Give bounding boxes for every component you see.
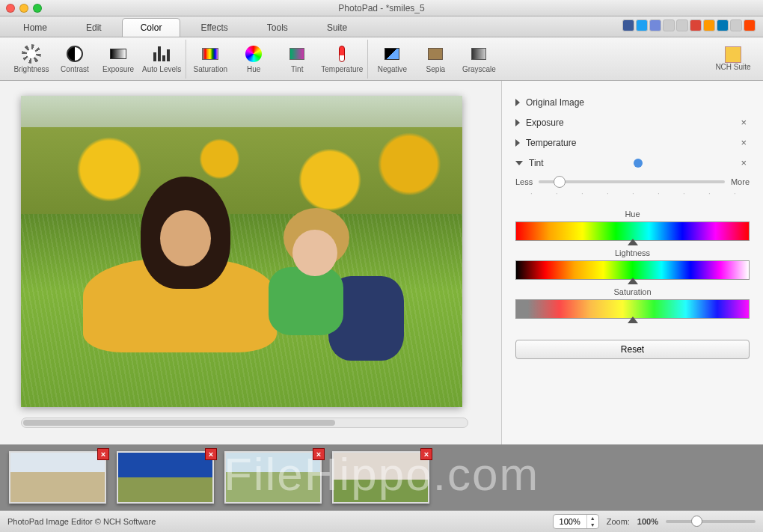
- thumbnail-2[interactable]: ×: [117, 451, 214, 504]
- layer-temperature[interactable]: Temperature×: [515, 132, 750, 153]
- tab-effects[interactable]: Effects: [182, 18, 246, 37]
- step-down[interactable]: ▼: [587, 522, 598, 528]
- temperature-label: Temperature: [321, 65, 363, 73]
- main-area: Original Image Exposure× Temperature× Ti…: [0, 81, 763, 444]
- adjustments-panel: Original Image Exposure× Temperature× Ti…: [501, 81, 763, 444]
- grayscale-label: Grayscale: [462, 65, 496, 73]
- hue-gradient[interactable]: [515, 221, 750, 241]
- tint-slider: Less More: [515, 177, 750, 186]
- tab-home[interactable]: Home: [4, 18, 66, 37]
- brightness-icon: [22, 44, 41, 64]
- visibility-toggle[interactable]: [634, 159, 643, 168]
- contrast-button[interactable]: Contrast: [55, 40, 94, 79]
- thumbnail-1[interactable]: ×: [9, 451, 106, 504]
- layer-label: Exposure: [526, 117, 564, 128]
- horizontal-scrollbar[interactable]: [21, 418, 468, 428]
- layer-label: Tint: [529, 158, 544, 168]
- remove-layer-button[interactable]: ×: [738, 157, 750, 168]
- close-window-button[interactable]: [6, 4, 15, 13]
- tab-tools[interactable]: Tools: [248, 18, 307, 37]
- autolevels-button[interactable]: Auto Levels: [142, 40, 181, 79]
- thumbnail-image: [224, 451, 322, 504]
- hue-icon: [244, 44, 263, 64]
- tab-suite[interactable]: Suite: [308, 18, 366, 37]
- tab-edit[interactable]: Edit: [67, 18, 120, 37]
- thumbnail-3[interactable]: ×: [224, 451, 322, 504]
- thumbnail-4[interactable]: ×: [332, 451, 429, 504]
- exposure-icon: [108, 44, 128, 64]
- grayscale-button[interactable]: Grayscale: [459, 40, 498, 79]
- lightness-pointer[interactable]: [628, 278, 638, 284]
- negative-button[interactable]: Negative: [373, 40, 411, 79]
- share-icon-5[interactable]: [690, 19, 702, 31]
- share-icon-0[interactable]: [622, 19, 634, 31]
- hue-pointer[interactable]: [628, 239, 638, 245]
- percent-input[interactable]: [554, 517, 586, 526]
- share-icon-7[interactable]: [717, 19, 729, 31]
- image-canvas[interactable]: [21, 96, 462, 407]
- share-icon-6[interactable]: [703, 19, 715, 31]
- remove-layer-button[interactable]: ×: [738, 117, 750, 128]
- suite-icon: [725, 46, 741, 63]
- sepia-button[interactable]: Sepia: [416, 40, 455, 79]
- tint-button[interactable]: Tint: [278, 40, 316, 79]
- reset-button[interactable]: Reset: [515, 340, 750, 359]
- exposure-button[interactable]: Exposure: [99, 40, 138, 79]
- zoom-knob[interactable]: [691, 516, 702, 527]
- layer-original-image[interactable]: Original Image: [515, 93, 750, 112]
- nch-suite-button[interactable]: NCH Suite: [711, 46, 756, 71]
- disclosure-icon: [515, 161, 523, 165]
- maximize-window-button[interactable]: [33, 4, 42, 13]
- slider-more-label: More: [731, 177, 750, 186]
- temperature-button[interactable]: Temperature: [321, 40, 363, 79]
- share-icon-2[interactable]: [649, 19, 661, 31]
- remove-layer-button[interactable]: ×: [738, 137, 750, 148]
- zoom-slider[interactable]: [666, 520, 756, 523]
- saturation-pointer[interactable]: [628, 317, 638, 323]
- share-icon-4[interactable]: [676, 19, 688, 31]
- suite-label: NCH Suite: [715, 63, 750, 71]
- credit-text: PhotoPad Image Editor © NCH Software: [7, 517, 156, 526]
- close-thumbnail-button[interactable]: ×: [420, 448, 432, 460]
- zoom-value: 100%: [637, 517, 658, 526]
- hue-button[interactable]: Hue: [234, 40, 273, 79]
- slider-ticks: ·········: [515, 189, 750, 202]
- disclosure-icon: [515, 139, 520, 147]
- lightness-gradient[interactable]: [515, 260, 750, 280]
- contrast-icon: [65, 44, 85, 64]
- canvas-area: [0, 81, 501, 444]
- minimize-window-button[interactable]: [19, 4, 28, 13]
- share-icon-9[interactable]: [744, 19, 756, 31]
- exposure-label: Exposure: [102, 65, 134, 73]
- tab-color[interactable]: Color: [122, 18, 181, 37]
- thumbnail-image: [9, 451, 106, 504]
- share-icon-8[interactable]: [730, 19, 742, 31]
- layer-tint[interactable]: Tint×: [515, 153, 750, 173]
- zoom-label: Zoom:: [607, 517, 630, 526]
- saturation-button[interactable]: Saturation: [191, 40, 230, 79]
- sepia-label: Sepia: [426, 65, 446, 73]
- tab-bar: Home Edit Color Effects Tools Suite: [0, 16, 763, 37]
- tint-slider-knob[interactable]: [554, 176, 566, 188]
- photo-content: [21, 96, 462, 407]
- percent-input-box: ▲▼: [553, 514, 599, 529]
- saturation-label: Saturation: [515, 287, 750, 296]
- close-thumbnail-button[interactable]: ×: [97, 448, 109, 460]
- layer-exposure[interactable]: Exposure×: [515, 112, 750, 132]
- close-thumbnail-button[interactable]: ×: [313, 448, 325, 460]
- disclosure-icon: [515, 119, 520, 126]
- window-title: PhotoPad - *smiles_5: [0, 3, 763, 13]
- title-bar: PhotoPad - *smiles_5: [0, 0, 763, 16]
- share-icon-1[interactable]: [636, 19, 648, 31]
- saturation-icon: [200, 44, 220, 64]
- scrollbar-thumb[interactable]: [23, 420, 335, 426]
- hue-label: Hue: [515, 210, 750, 218]
- share-icon-3[interactable]: [663, 19, 675, 31]
- brightness-button[interactable]: Brightness: [12, 40, 51, 79]
- step-up[interactable]: ▲: [587, 515, 598, 522]
- saturation-gradient[interactable]: [515, 299, 750, 319]
- close-thumbnail-button[interactable]: ×: [205, 448, 217, 460]
- layer-label: Temperature: [526, 138, 576, 148]
- window-controls: [6, 4, 42, 13]
- tint-slider-track[interactable]: [539, 180, 725, 183]
